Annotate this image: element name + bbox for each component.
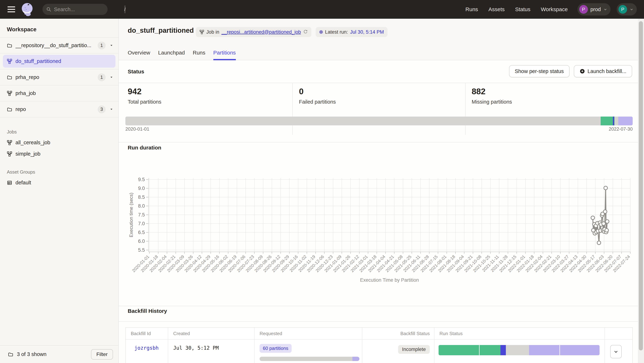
show-per-step-status-button[interactable]: Show per-step status (509, 65, 570, 77)
search-input[interactable] (54, 6, 122, 12)
partition-bar-segment (601, 116, 613, 126)
tab-overview[interactable]: Overview (128, 50, 150, 60)
backfill-requested-cell: 60 partitions2020-01-012022-07-30 (254, 339, 362, 363)
job-icon (200, 30, 204, 34)
grid-icon (7, 180, 12, 186)
column-header-requested: Requested (254, 328, 362, 339)
tab-runs[interactable]: Runs (193, 50, 206, 60)
expand-caret-icon[interactable] (110, 44, 113, 47)
plus-circle-icon (580, 68, 585, 74)
nav-link-runs[interactable]: Runs (465, 6, 478, 12)
sidebar-section-jobs: Jobsall_cereals_jobsimple_job (0, 129, 118, 160)
sidebar-item-prha-repo[interactable]: prha_repo1 (0, 70, 118, 86)
user-menu[interactable]: P (617, 3, 637, 16)
expand-cell (605, 339, 632, 363)
stat-value: 882 (472, 87, 512, 96)
requested-partitions-badge[interactable]: 60 partitions (260, 344, 292, 353)
job-count-badge: 3 (98, 106, 106, 113)
sidebar-item-prha-job[interactable]: prha_job (0, 86, 118, 102)
y-axis-label: Execution time (secs) (128, 193, 134, 238)
search-icon (46, 7, 52, 12)
sidebar-item-repo[interactable]: repo3 (0, 102, 118, 118)
hamburger-menu-icon[interactable] (7, 6, 16, 12)
folder-icon (7, 75, 12, 80)
sidebar-sections: Jobsall_cereals_jobsimple_jobAsset Group… (0, 120, 118, 188)
search-box[interactable]: / (42, 4, 108, 15)
expand-caret-icon[interactable] (110, 108, 113, 111)
y-tick-label: 8.0 (138, 203, 145, 209)
latest-run-badge: Latest run: Jul 30, 5:14 PM (316, 27, 388, 37)
backfill-id-link[interactable]: jozrgsbh (126, 339, 168, 363)
reload-icon[interactable] (303, 30, 308, 34)
sidebar-item-all_cereals_job[interactable]: all_cereals_job (0, 137, 118, 148)
tab-bar: OverviewLaunchpadRunsPartitions (128, 50, 236, 60)
expand-caret-icon[interactable] (110, 76, 113, 79)
scrollbar-thumb[interactable] (639, 21, 643, 350)
job-location-prefix: Job in (206, 29, 219, 35)
filter-button[interactable]: Filter (91, 349, 113, 360)
sidebar-item-label: __repository__do_stuff_partitio... (16, 42, 92, 48)
latest-run-link[interactable]: Jul 30, 5:14 PM (350, 29, 384, 35)
deployment-switcher[interactable]: P prod (578, 3, 610, 16)
backfill-history-heading: Backfill History (128, 308, 167, 314)
job-location-link[interactable]: __reposi...artitioned@partitioned_job (222, 29, 301, 35)
tab-launchpad[interactable]: Launchpad (158, 50, 185, 60)
chevron-down-icon (630, 8, 634, 11)
requested-progress-bar (260, 357, 360, 361)
y-tick-label: 7.5 (138, 212, 145, 218)
requested-progress-segment (352, 357, 360, 361)
y-tick-label: 9.0 (138, 186, 145, 191)
nav-link-assets[interactable]: Assets (488, 6, 504, 12)
run-status-bar[interactable] (438, 345, 600, 355)
nav-link-status[interactable]: Status (515, 6, 530, 12)
y-tick-label: 7.0 (138, 221, 145, 226)
stat-value: 942 (128, 87, 161, 96)
tab-partitions[interactable]: Partitions (213, 50, 236, 60)
dagster-logo-icon[interactable] (20, 2, 34, 16)
data-point (605, 220, 609, 223)
run-status-segment (529, 345, 560, 355)
y-tick-label: 6.0 (138, 238, 145, 244)
folder-icon (8, 352, 13, 357)
sidebar-item--repository-do-stuff-partitio-[interactable]: __repository__do_stuff_partitio...1 (0, 38, 118, 54)
deployment-avatar: P (579, 5, 588, 14)
topnav-links: RunsAssetsStatusWorkspace (465, 6, 568, 12)
table-header-row: Backfill IdCreatedRequestedBackfill Stat… (126, 328, 632, 339)
chart-caption: Execution Time by Partition (360, 278, 419, 283)
data-point (591, 216, 594, 220)
backfill-history-table: Backfill IdCreatedRequestedBackfill Stat… (126, 328, 633, 363)
status-heading: Status (128, 68, 144, 75)
column-header-created: Created (168, 328, 254, 339)
scrollbar-track[interactable] (638, 19, 644, 363)
column-header-expand (605, 328, 632, 339)
run-status-segment (506, 345, 529, 355)
table-row: jozrgsbhJul 30, 5:12 PM60 partitions2020… (126, 339, 632, 363)
run-status-dot-icon (319, 30, 323, 34)
sidebar-item-label: do_stuff_partitioned (16, 58, 61, 64)
nav-link-workspace[interactable]: Workspace (541, 6, 568, 12)
sidebar-title: Workspace (7, 26, 36, 33)
partition-bar-segment (613, 116, 614, 126)
launch-backfill-button[interactable]: Launch backfill... (574, 65, 632, 77)
search-shortcut-key: / (124, 6, 126, 13)
partition-range-start: 2020-01-01 (126, 126, 149, 132)
sidebar-item-default[interactable]: default (0, 177, 118, 188)
data-point (597, 241, 601, 245)
sidebar-item-do-stuff-partitioned[interactable]: do_stuff_partitioned (0, 54, 118, 70)
sidebar-entry-label: all_cereals_job (16, 140, 50, 146)
data-point (604, 186, 608, 190)
expand-row-button[interactable] (610, 345, 622, 358)
stat-missing-partitions: 882Missing partitions (472, 87, 512, 105)
deployment-label: prod (590, 6, 601, 12)
sidebar-item-label: repo (16, 106, 26, 112)
sidebar-entry-label: simple_job (16, 151, 40, 157)
run-status-segment (480, 345, 500, 355)
sidebar-item-label: prha_repo (16, 74, 39, 80)
chevron-down-icon (603, 8, 607, 11)
sidebar-item-label: prha_job (16, 90, 36, 96)
y-tick-label: 5.5 (138, 247, 145, 253)
job-icon (7, 59, 12, 64)
stat-label: Missing partitions (472, 99, 512, 105)
sidebar-item-simple_job[interactable]: simple_job (0, 148, 118, 160)
partition-status-bar[interactable] (126, 116, 633, 126)
